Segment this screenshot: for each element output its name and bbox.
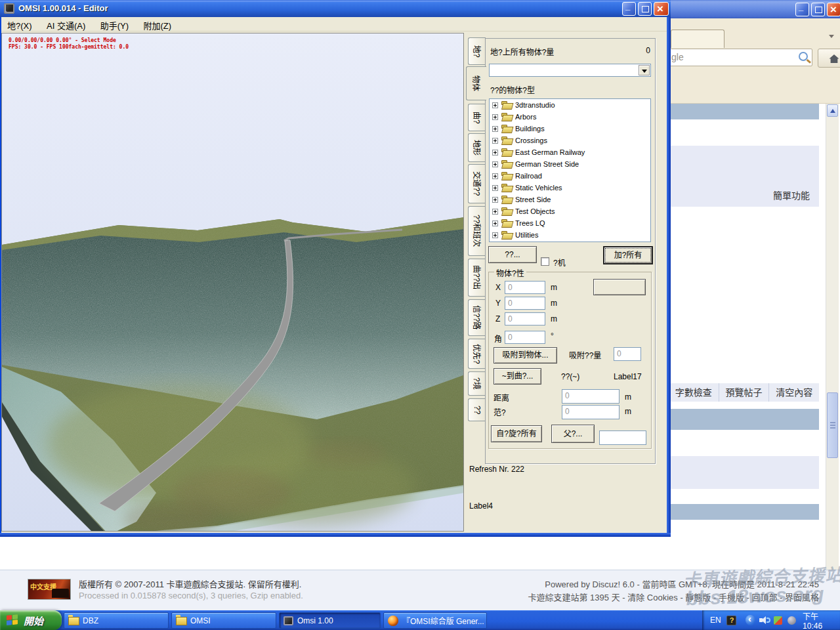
home-button[interactable] (818, 49, 840, 68)
angle-field[interactable]: 0 (505, 331, 545, 344)
expand-icon[interactable] (492, 138, 498, 144)
tab-lines-schedules[interactable]: ??和班次 (468, 206, 486, 256)
tray-collapse-icon[interactable] (746, 615, 756, 625)
expand-icon[interactable] (492, 161, 498, 167)
taskbar-button-label: DBZ (83, 616, 98, 625)
tree-item[interactable]: Railroad (490, 170, 650, 182)
tab-list-arrow-icon[interactable] (829, 35, 834, 38)
taskbar-button-omsi-folder[interactable]: OMSI (171, 612, 276, 629)
tree-item[interactable]: Crossings (490, 135, 650, 146)
audio-device-icon[interactable] (788, 616, 796, 625)
tree-item[interactable]: Static Vehicles (490, 182, 650, 194)
range-unit: m (625, 407, 631, 416)
editor-maximize-button[interactable] (638, 2, 652, 16)
browser-scrollbar[interactable] (826, 104, 839, 608)
scrollbar-thumb[interactable] (827, 392, 838, 458)
angle-unit: ° (551, 331, 554, 341)
distance-unit: m (625, 392, 631, 402)
editor-titlebar[interactable]: OMSI 1.00.014 - Editor (0, 0, 671, 17)
tab-misc[interactable]: ?? (468, 398, 486, 421)
tab-terrain[interactable]: 地形 (468, 133, 486, 162)
tab-traffic[interactable]: 交通?? (468, 164, 486, 203)
search-icon[interactable] (799, 52, 808, 61)
tree-item[interactable]: 3dtranstudio (490, 99, 650, 111)
3d-viewport[interactable]: 0.00/0.00/0.00 0.00° - Select Mode FPS: … (1, 33, 464, 532)
messenger-icon[interactable] (774, 616, 782, 625)
add-all-button[interactable]: 加?所有 (603, 246, 653, 264)
menu-helper[interactable]: 助手(Y) (94, 17, 135, 33)
expand-icon[interactable] (492, 150, 498, 156)
word-count-button[interactable]: 字數檢查 (668, 383, 719, 402)
expand-icon[interactable] (492, 173, 498, 179)
object-properties-group: 物体?性 X 0 m Y 0 m Z 0 m 角 0 ° 吸附到物体... 吸附… (488, 272, 652, 449)
language-indicator[interactable]: EN (710, 616, 721, 625)
coord-z-field[interactable]: 0 (505, 312, 545, 326)
browser-tab[interactable] (671, 30, 724, 48)
site-banner[interactable]: 中文支援 (28, 579, 71, 600)
tab-environment[interactable]: ?境 (468, 371, 486, 396)
ime-help-icon[interactable] (726, 616, 736, 625)
editor-close-button[interactable] (654, 2, 669, 16)
tab-priority[interactable]: 优先? (468, 339, 486, 369)
expand-icon[interactable] (492, 102, 498, 108)
object-category-tree[interactable]: 3dtranstudio Arbors Buildings Crossings … (489, 98, 651, 242)
volume-icon[interactable] (759, 616, 768, 624)
browser-minimize-button[interactable] (795, 3, 809, 16)
tree-item[interactable]: Utilities (490, 229, 650, 241)
tree-item[interactable]: Arbors (490, 111, 650, 123)
range-field[interactable]: 0 (562, 405, 620, 419)
start-button[interactable]: 開始 (0, 610, 62, 630)
menu-traffic[interactable]: AI 交通(A) (41, 17, 91, 33)
tree-item[interactable]: East German Railway (490, 146, 650, 158)
scroll-up-arrow-icon[interactable] (827, 104, 838, 117)
coord-x-field[interactable]: 0 (505, 281, 545, 294)
coord-y-field[interactable]: 0 (505, 297, 545, 310)
expand-icon[interactable] (492, 185, 498, 191)
expand-icon[interactable] (492, 209, 498, 215)
viewport-hud: 0.00/0.00/0.00 0.00° - Select Mode FPS: … (9, 37, 129, 51)
snap-amount-field[interactable]: 0 (614, 347, 641, 361)
parent-button[interactable]: 父?... (551, 425, 595, 443)
distance-field[interactable]: 0 (562, 389, 620, 404)
taskbar-button-omsi-app[interactable]: Omsi 1.00 (279, 612, 381, 629)
preview-post-button[interactable]: 預覽帖子 (719, 383, 769, 402)
search-input[interactable]: gle (668, 49, 812, 66)
rotate-all-button[interactable]: 自?旋?所有 (491, 425, 542, 442)
parent-field[interactable] (599, 430, 646, 445)
random-checkbox[interactable] (541, 257, 549, 266)
clear-content-button[interactable]: 清空內容 (768, 383, 819, 402)
browser-maximize-button[interactable] (811, 3, 825, 16)
expand-icon[interactable] (492, 126, 498, 132)
expand-icon[interactable] (492, 232, 498, 238)
tree-item[interactable]: Trees LQ (490, 217, 650, 229)
banner-text: 中文支援 (30, 581, 56, 591)
tab-spline-export[interactable]: 曲??出 (468, 259, 486, 297)
tree-item[interactable]: German Street Side (490, 158, 650, 170)
folder-icon (501, 231, 512, 239)
menu-addons[interactable]: 附加(Z) (138, 17, 178, 33)
site-info-links[interactable]: 卡遊綜支建站第 1395 天 - 清除 Cookies - 靜態版 - 手機版 … (528, 591, 820, 603)
menu-map[interactable]: 地?(X) (1, 17, 38, 33)
editor-minimize-button[interactable] (622, 2, 636, 16)
taskbar-button-dbz[interactable]: DBZ (64, 612, 169, 629)
tab-signal-routes[interactable]: 信??路 (468, 299, 486, 336)
expand-icon[interactable] (492, 114, 498, 120)
tree-item[interactable]: Buildings (490, 123, 650, 135)
tree-item-label: Utilities (515, 231, 538, 239)
snap-to-object-button[interactable]: 吸附到物体... (494, 347, 557, 364)
to-spline-button[interactable]: ~到曲?... (494, 368, 541, 385)
tab-objects[interactable]: 物体 (466, 66, 486, 100)
tab-splines[interactable]: 曲? (468, 104, 486, 131)
expand-icon[interactable] (492, 197, 498, 203)
tree-item[interactable]: Street Side (490, 194, 650, 205)
object-select-combobox[interactable] (489, 64, 651, 77)
browser-close-button[interactable] (827, 3, 840, 16)
tab-map[interactable]: 地? (468, 37, 486, 65)
select-button[interactable]: ??... (488, 246, 537, 263)
taskbar-button-firefox[interactable]: 『OMSI綜合版 Gener... (383, 612, 487, 629)
random-checkbox-label[interactable]: ?机 (553, 257, 566, 268)
tree-item[interactable]: Test Objects (490, 205, 650, 217)
expand-icon[interactable] (492, 220, 498, 226)
blank-button[interactable] (593, 279, 646, 295)
combobox-dropdown-icon[interactable] (639, 65, 650, 75)
